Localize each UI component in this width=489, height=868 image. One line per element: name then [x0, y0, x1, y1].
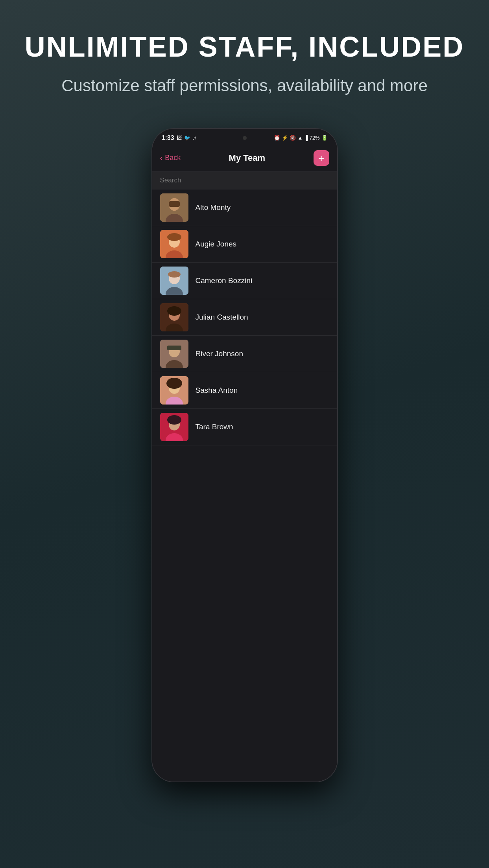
team-member-name: Cameron Bozzini: [196, 276, 253, 285]
list-item[interactable]: Julian Castellon: [152, 299, 337, 336]
svg-point-24: [166, 378, 182, 389]
avatar: [160, 340, 188, 368]
header-section: UNLIMITED STAFF, INCLUDED Customize staf…: [1, 0, 488, 113]
wifi-icon: ▲: [297, 135, 303, 141]
back-label: Back: [165, 154, 181, 162]
avatar: [160, 193, 188, 222]
search-bar: [152, 172, 337, 189]
alarm-icon: ⏰: [274, 135, 280, 141]
back-button[interactable]: ‹ Back: [160, 153, 181, 162]
battery-percent: 72%: [309, 135, 319, 141]
twitter-icon: 🐦: [184, 135, 190, 141]
phone-screen: 1:33 🖼 🐦 ♬ ⏰ ⚡ 🔇 ▲ ▐ 72% 🔋: [152, 129, 337, 782]
svg-point-16: [167, 306, 181, 316]
list-item[interactable]: Tara Brown: [152, 409, 337, 445]
avatar: [160, 267, 188, 295]
mute-icon: 🔇: [290, 135, 296, 141]
battery-icon: 🔋: [321, 135, 328, 141]
status-time: 1:33: [162, 134, 174, 142]
avatar: [160, 303, 188, 331]
list-item[interactable]: Sasha Anton: [152, 372, 337, 409]
list-item[interactable]: River Johnson: [152, 336, 337, 372]
svg-point-12: [168, 271, 181, 278]
list-item[interactable]: Augie Jones: [152, 226, 337, 263]
signal-icon: ▐: [304, 135, 308, 141]
search-input[interactable]: [160, 177, 329, 184]
team-member-name: Tara Brown: [196, 423, 233, 431]
team-member-name: Sasha Anton: [196, 386, 238, 395]
add-team-member-button[interactable]: +: [314, 150, 329, 166]
status-left: 1:33 🖼 🐦 ♬: [162, 134, 197, 142]
back-chevron-icon: ‹: [160, 153, 163, 162]
team-member-name: Julian Castellon: [196, 313, 248, 322]
team-member-name: River Johnson: [196, 349, 243, 358]
status-bar: 1:33 🖼 🐦 ♬ ⏰ ⚡ 🔇 ▲ ▐ 72% 🔋: [152, 129, 337, 145]
svg-rect-4: [169, 201, 180, 207]
team-list: Alto Monty Augie Jones: [152, 189, 337, 782]
status-right: ⏰ ⚡ 🔇 ▲ ▐ 72% 🔋: [274, 135, 327, 141]
svg-point-8: [167, 233, 181, 241]
main-title: UNLIMITED STAFF, INCLUDED: [25, 31, 465, 63]
nav-bar: ‹ Back My Team +: [152, 145, 337, 172]
photo-icon: 🖼: [177, 135, 182, 141]
camera-dot: [243, 136, 247, 140]
nav-title: My Team: [229, 153, 266, 163]
svg-point-28: [167, 415, 181, 425]
phone-outer: 1:33 🖼 🐦 ♬ ⏰ ⚡ 🔇 ▲ ▐ 72% 🔋: [152, 129, 337, 782]
subtitle: Customize staff permissions, availabilit…: [25, 74, 465, 97]
plus-icon: +: [318, 153, 324, 163]
list-item[interactable]: Alto Monty: [152, 189, 337, 226]
avatar: [160, 376, 188, 405]
svg-rect-20: [167, 346, 181, 350]
team-member-name: Alto Monty: [196, 203, 231, 212]
team-member-name: Augie Jones: [196, 240, 237, 248]
spotify-icon: ♬: [193, 135, 197, 141]
avatar: [160, 230, 188, 258]
phone-wrapper: 1:33 🖼 🐦 ♬ ⏰ ⚡ 🔇 ▲ ▐ 72% 🔋: [152, 129, 337, 789]
bluetooth-icon: ⚡: [282, 135, 288, 141]
avatar: [160, 413, 188, 441]
list-item[interactable]: Cameron Bozzini: [152, 263, 337, 299]
